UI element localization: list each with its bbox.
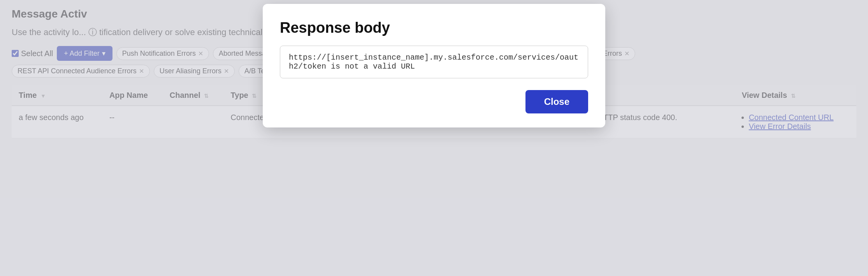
modal-footer: Close <box>280 90 588 113</box>
response-body-modal: Response body https://[insert_instance_n… <box>263 4 605 127</box>
close-button[interactable]: Close <box>525 90 588 113</box>
modal-title: Response body <box>280 19 588 36</box>
modal-body-text: https://[insert_instance_name].my.salesf… <box>280 46 588 78</box>
modal-overlay: Response body https://[insert_instance_n… <box>0 0 868 276</box>
